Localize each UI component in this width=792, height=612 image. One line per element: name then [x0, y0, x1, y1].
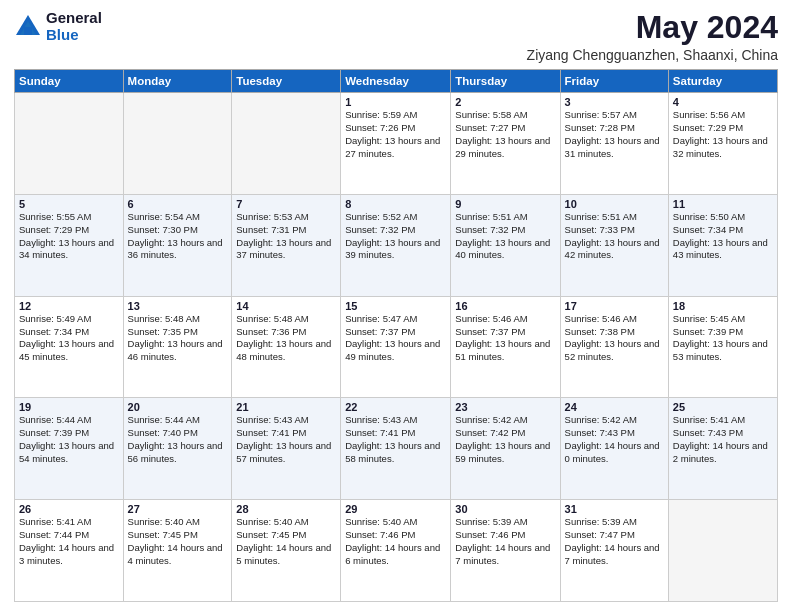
cell-info: Sunrise: 5:51 AMSunset: 7:32 PMDaylight:… [455, 211, 555, 262]
cell-info: Sunrise: 5:48 AMSunset: 7:36 PMDaylight:… [236, 313, 336, 364]
header-row: Sunday Monday Tuesday Wednesday Thursday… [15, 70, 778, 93]
day-number: 27 [128, 503, 228, 515]
day-number: 22 [345, 401, 446, 413]
day-number: 5 [19, 198, 119, 210]
week-row-1: 1Sunrise: 5:59 AMSunset: 7:26 PMDaylight… [15, 93, 778, 195]
day-number: 3 [565, 96, 664, 108]
cell-info: Sunrise: 5:39 AMSunset: 7:46 PMDaylight:… [455, 516, 555, 567]
cell-info: Sunrise: 5:48 AMSunset: 7:35 PMDaylight:… [128, 313, 228, 364]
month-title: May 2024 [527, 10, 778, 45]
day-number: 29 [345, 503, 446, 515]
day-number: 12 [19, 300, 119, 312]
cell-info: Sunrise: 5:40 AMSunset: 7:45 PMDaylight:… [236, 516, 336, 567]
cell-info: Sunrise: 5:42 AMSunset: 7:42 PMDaylight:… [455, 414, 555, 465]
cell-info: Sunrise: 5:40 AMSunset: 7:45 PMDaylight:… [128, 516, 228, 567]
cell-info: Sunrise: 5:51 AMSunset: 7:33 PMDaylight:… [565, 211, 664, 262]
day-number: 30 [455, 503, 555, 515]
day-number: 31 [565, 503, 664, 515]
day-number: 4 [673, 96, 773, 108]
calendar-body: 1Sunrise: 5:59 AMSunset: 7:26 PMDaylight… [15, 93, 778, 602]
day-number: 9 [455, 198, 555, 210]
calendar-cell: 24Sunrise: 5:42 AMSunset: 7:43 PMDayligh… [560, 398, 668, 500]
day-number: 11 [673, 198, 773, 210]
calendar-cell: 30Sunrise: 5:39 AMSunset: 7:46 PMDayligh… [451, 500, 560, 602]
cell-info: Sunrise: 5:41 AMSunset: 7:44 PMDaylight:… [19, 516, 119, 567]
week-row-3: 12Sunrise: 5:49 AMSunset: 7:34 PMDayligh… [15, 296, 778, 398]
calendar-cell: 19Sunrise: 5:44 AMSunset: 7:39 PMDayligh… [15, 398, 124, 500]
cell-info: Sunrise: 5:43 AMSunset: 7:41 PMDaylight:… [345, 414, 446, 465]
cell-info: Sunrise: 5:47 AMSunset: 7:37 PMDaylight:… [345, 313, 446, 364]
calendar-cell: 22Sunrise: 5:43 AMSunset: 7:41 PMDayligh… [341, 398, 451, 500]
day-number: 14 [236, 300, 336, 312]
location: Ziyang Chengguanzhen, Shaanxi, China [527, 47, 778, 63]
calendar-cell: 1Sunrise: 5:59 AMSunset: 7:26 PMDaylight… [341, 93, 451, 195]
calendar-cell [668, 500, 777, 602]
calendar-cell: 5Sunrise: 5:55 AMSunset: 7:29 PMDaylight… [15, 194, 124, 296]
day-number: 13 [128, 300, 228, 312]
cell-info: Sunrise: 5:56 AMSunset: 7:29 PMDaylight:… [673, 109, 773, 160]
day-number: 16 [455, 300, 555, 312]
calendar-cell: 15Sunrise: 5:47 AMSunset: 7:37 PMDayligh… [341, 296, 451, 398]
day-number: 19 [19, 401, 119, 413]
calendar-cell [123, 93, 232, 195]
cell-info: Sunrise: 5:50 AMSunset: 7:34 PMDaylight:… [673, 211, 773, 262]
logo-icon [14, 13, 42, 41]
calendar-cell: 28Sunrise: 5:40 AMSunset: 7:45 PMDayligh… [232, 500, 341, 602]
calendar-cell: 10Sunrise: 5:51 AMSunset: 7:33 PMDayligh… [560, 194, 668, 296]
cell-info: Sunrise: 5:42 AMSunset: 7:43 PMDaylight:… [565, 414, 664, 465]
day-number: 7 [236, 198, 336, 210]
day-number: 24 [565, 401, 664, 413]
calendar-cell: 29Sunrise: 5:40 AMSunset: 7:46 PMDayligh… [341, 500, 451, 602]
calendar-cell: 6Sunrise: 5:54 AMSunset: 7:30 PMDaylight… [123, 194, 232, 296]
day-number: 28 [236, 503, 336, 515]
logo-blue: Blue [46, 27, 102, 44]
day-number: 17 [565, 300, 664, 312]
calendar-cell: 17Sunrise: 5:46 AMSunset: 7:38 PMDayligh… [560, 296, 668, 398]
calendar-cell: 11Sunrise: 5:50 AMSunset: 7:34 PMDayligh… [668, 194, 777, 296]
calendar-table: Sunday Monday Tuesday Wednesday Thursday… [14, 69, 778, 602]
calendar-cell: 23Sunrise: 5:42 AMSunset: 7:42 PMDayligh… [451, 398, 560, 500]
day-number: 8 [345, 198, 446, 210]
calendar-cell: 9Sunrise: 5:51 AMSunset: 7:32 PMDaylight… [451, 194, 560, 296]
cell-info: Sunrise: 5:45 AMSunset: 7:39 PMDaylight:… [673, 313, 773, 364]
header: General Blue May 2024 Ziyang Chengguanzh… [14, 10, 778, 63]
calendar-cell: 27Sunrise: 5:40 AMSunset: 7:45 PMDayligh… [123, 500, 232, 602]
day-number: 2 [455, 96, 555, 108]
calendar-cell: 31Sunrise: 5:39 AMSunset: 7:47 PMDayligh… [560, 500, 668, 602]
day-number: 15 [345, 300, 446, 312]
day-number: 6 [128, 198, 228, 210]
col-wednesday: Wednesday [341, 70, 451, 93]
week-row-2: 5Sunrise: 5:55 AMSunset: 7:29 PMDaylight… [15, 194, 778, 296]
col-friday: Friday [560, 70, 668, 93]
cell-info: Sunrise: 5:39 AMSunset: 7:47 PMDaylight:… [565, 516, 664, 567]
day-number: 10 [565, 198, 664, 210]
calendar-cell: 18Sunrise: 5:45 AMSunset: 7:39 PMDayligh… [668, 296, 777, 398]
cell-info: Sunrise: 5:46 AMSunset: 7:38 PMDaylight:… [565, 313, 664, 364]
logo: General Blue [14, 10, 102, 43]
cell-info: Sunrise: 5:40 AMSunset: 7:46 PMDaylight:… [345, 516, 446, 567]
calendar-cell: 20Sunrise: 5:44 AMSunset: 7:40 PMDayligh… [123, 398, 232, 500]
calendar-cell: 21Sunrise: 5:43 AMSunset: 7:41 PMDayligh… [232, 398, 341, 500]
logo-general: General [46, 10, 102, 27]
calendar-header: Sunday Monday Tuesday Wednesday Thursday… [15, 70, 778, 93]
svg-rect-2 [24, 27, 32, 35]
cell-info: Sunrise: 5:58 AMSunset: 7:27 PMDaylight:… [455, 109, 555, 160]
title-block: May 2024 Ziyang Chengguanzhen, Shaanxi, … [527, 10, 778, 63]
cell-info: Sunrise: 5:55 AMSunset: 7:29 PMDaylight:… [19, 211, 119, 262]
cell-info: Sunrise: 5:49 AMSunset: 7:34 PMDaylight:… [19, 313, 119, 364]
calendar-cell: 7Sunrise: 5:53 AMSunset: 7:31 PMDaylight… [232, 194, 341, 296]
col-thursday: Thursday [451, 70, 560, 93]
day-number: 26 [19, 503, 119, 515]
calendar-page: General Blue May 2024 Ziyang Chengguanzh… [0, 0, 792, 612]
calendar-cell: 2Sunrise: 5:58 AMSunset: 7:27 PMDaylight… [451, 93, 560, 195]
day-number: 20 [128, 401, 228, 413]
calendar-cell: 26Sunrise: 5:41 AMSunset: 7:44 PMDayligh… [15, 500, 124, 602]
cell-info: Sunrise: 5:46 AMSunset: 7:37 PMDaylight:… [455, 313, 555, 364]
cell-info: Sunrise: 5:57 AMSunset: 7:28 PMDaylight:… [565, 109, 664, 160]
calendar-cell: 3Sunrise: 5:57 AMSunset: 7:28 PMDaylight… [560, 93, 668, 195]
day-number: 21 [236, 401, 336, 413]
calendar-cell: 13Sunrise: 5:48 AMSunset: 7:35 PMDayligh… [123, 296, 232, 398]
week-row-5: 26Sunrise: 5:41 AMSunset: 7:44 PMDayligh… [15, 500, 778, 602]
week-row-4: 19Sunrise: 5:44 AMSunset: 7:39 PMDayligh… [15, 398, 778, 500]
calendar-cell [232, 93, 341, 195]
